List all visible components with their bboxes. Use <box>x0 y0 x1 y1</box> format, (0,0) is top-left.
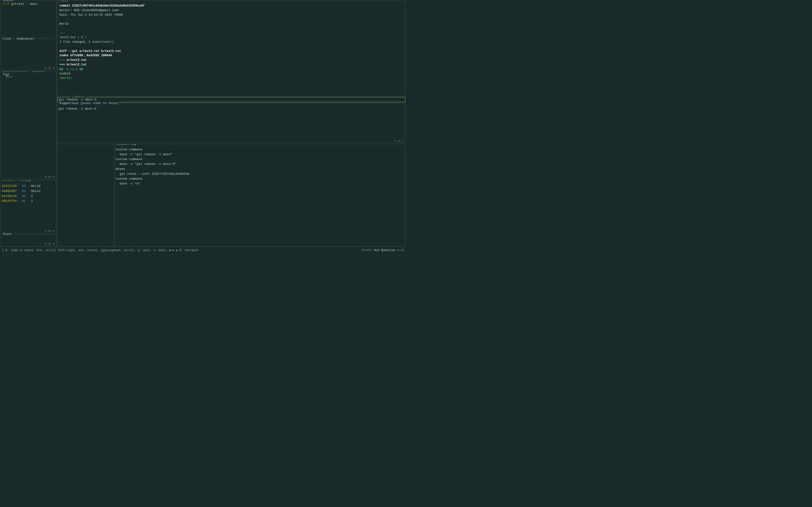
suggestion-item-0[interactable]: git rebase -i main~3 <box>58 107 404 111</box>
patch-blank1 <box>59 17 403 22</box>
branches-label: Local Branches <box>3 71 27 73</box>
commit-hash-2: 01448c45 <box>2 194 17 198</box>
commit-row-3[interactable]: 00b34794 KU 1 <box>2 199 55 204</box>
status-label: Status <box>3 0 13 2</box>
stash-section: Stash 0 of 0 <box>0 234 56 246</box>
patch-blank3 <box>59 44 403 49</box>
screen: Status ↑?↓? gittest → main Files – Submo… <box>0 0 406 253</box>
status-section: Status ↑?↓? gittest → main <box>0 0 56 38</box>
status-arrow: ↑?↓? <box>2 2 11 6</box>
patch-diff-line: diff --git a/test2.txt b/test2.txt <box>59 49 403 54</box>
custom-command-input[interactable] <box>59 98 404 101</box>
suggestions-label: Suggestions (press <tab> to focus) <box>59 102 119 105</box>
left-panel: Status ↑?↓? gittest → main Files – Submo… <box>0 0 57 247</box>
log-entry-5: git reset --soft 21827c507461c64db34e <box>116 172 404 176</box>
bottom-right: Command Log Custom command bash -c "git … <box>57 143 406 247</box>
status-content: ↑?↓? gittest → main <box>2 2 55 6</box>
patch-author-line: Author: KUD <kimud6003@gmail.com> <box>59 8 403 13</box>
log-entry-3: bash -c "git rebase -i main~3" <box>116 162 404 167</box>
patch-label: Patch <box>59 0 68 2</box>
patch-commit-line: commit 21827c507461c64db34ec51b5a2a0b316… <box>59 4 403 8</box>
commits-counter: 1 of 4 <box>45 230 54 232</box>
commits-title: Commits – Reflog <box>2 180 31 182</box>
status-repo: gittest <box>11 2 26 6</box>
commit-hash-1: 4e882687 <box>2 189 17 193</box>
commit-row-2[interactable]: 01448c45 KU 2 <box>2 194 55 199</box>
ask-link[interactable]: Ask Question <box>374 249 395 252</box>
suggestions-title: Suggestions (press <tab> to focus) <box>59 102 119 105</box>
commit-msg-0: World <box>31 184 40 188</box>
patch-stat-name: test2.txt | 1 <box>59 36 85 39</box>
branches-title: Local Branches – Remotes – Tags <box>2 71 56 76</box>
stash-label: Stash <box>3 232 11 236</box>
patch-context-line: asdasd <box>59 71 403 76</box>
commit-author-3: KU <box>22 199 26 203</box>
files-section: Files – Submodules 0 of 0 <box>0 39 56 70</box>
log-entry-7: bash -c "w" <box>116 181 404 186</box>
stash-counter: 0 of 0 <box>45 243 54 245</box>
files-counter: 0 of 0 <box>45 67 54 69</box>
branches-counter: 0 of 0 <box>45 175 54 178</box>
patch-hunk-line: @@ -1 +1,2 @@ <box>59 67 403 72</box>
commit-msg-1: Hello <box>31 189 40 193</box>
commit-msg-2: 2 <box>31 194 33 198</box>
patch-diff-text: diff --git a/test2.txt b/test2.txt <box>59 50 121 53</box>
command-log-entries: Custom command bash -c "git rebase -i ma… <box>116 147 404 186</box>
log-entry-4: Reset <box>116 167 404 172</box>
command-log-section: Command Log Custom command bash -c "git … <box>114 144 406 246</box>
status-branch: main <box>30 2 38 6</box>
log-entry-0: Custom command <box>116 147 404 152</box>
commits-label: Commits <box>3 180 15 182</box>
patch-minus-text: --- a/test2.txt <box>59 58 87 62</box>
files-sub: Submodules <box>17 37 34 41</box>
commit-author-0: KU <box>22 184 26 188</box>
main-area: Status ↑?↓? gittest → main Files – Submo… <box>0 0 406 247</box>
commits-list: 21827c50 KU World 4e882687 KU Hello <box>2 184 55 204</box>
log-entry-2: Custom command <box>116 157 404 162</box>
patch-section: Patch commit 21827c507461c64db34ec51b5a2… <box>57 0 406 96</box>
commit-row-0[interactable]: 21827c50 KU World <box>2 184 55 189</box>
patch-index-text: index bf7e899..6e42562 100644 <box>59 54 112 57</box>
log-entry-6: Custom command <box>116 176 404 181</box>
log-entry-1: bash -c "git rebase -i main" <box>116 152 404 157</box>
status-bar-right: Donate Ask Question 0.34 <box>362 249 404 252</box>
patch-add-line: +World! <box>59 76 403 80</box>
version-label: 0.34 <box>397 249 404 252</box>
patch-separator: --- <box>59 31 403 36</box>
commit-hash-3: 00b34794 <box>2 199 17 203</box>
commits-section: Commits – Reflog 21827c50 KU World 4e882… <box>0 180 56 233</box>
commits-sub1: Reflog <box>20 180 31 182</box>
patch-plus-text: +++ b/test2.txt <box>59 63 87 66</box>
branches-section: Local Branches – Remotes – Tags * main 0… <box>0 71 56 179</box>
suggestions-section: Suggestions (press <tab> to focus) git r… <box>57 103 406 143</box>
stash-title: Stash <box>2 232 12 236</box>
commit-author-1: KU <box>22 189 26 193</box>
command-input-wrapper <box>59 98 404 101</box>
status-bar-help: 1-5: jump to panel, H/L: scroll left/rig… <box>2 249 199 252</box>
patch-file-stat: test2.txt | 1 + <box>59 35 403 40</box>
patch-commit-text: commit 21827c507461c64db34ec51b5a2a0b316… <box>59 4 145 7</box>
patch-summary: 1 file changed, 1 insertion(+) <box>59 40 403 44</box>
commit-row-1[interactable]: 4e882687 KU Hello <box>2 189 55 194</box>
files-title: Files – Submodules <box>2 37 35 41</box>
branches-sub2: Tags <box>3 73 10 76</box>
patch-index-line: index bf7e899..6e42562 100644 <box>59 53 403 58</box>
patch-add-text: +World! <box>59 76 72 80</box>
donate-link[interactable]: Donate <box>362 249 372 252</box>
commit-author-2: KU <box>22 194 26 198</box>
patch-message: World <box>59 22 403 26</box>
patch-content: commit 21827c507461c64db34ec51b5a2a0b316… <box>59 4 403 80</box>
command-log-title: Command Log <box>116 144 136 146</box>
branches-sub1: Remotes <box>32 71 44 73</box>
patch-hunk-text: @@ -1 +1,2 @@ <box>59 68 83 71</box>
status-title: Status <box>2 0 13 2</box>
status-arrow-right: → <box>26 2 30 6</box>
patch-plus-line: +++ b/test2.txt <box>59 62 403 67</box>
patch-blank2 <box>59 26 403 31</box>
patch-date-line: Date: Thu Jun 2 14:53:32 2022 +0900 <box>59 13 403 17</box>
patch-minus-line: --- a/test2.txt <box>59 58 403 62</box>
right-panel: Patch commit 21827c507461c64db34ec51b5a2… <box>57 0 406 247</box>
files-label: Files <box>3 37 11 41</box>
commit-msg-3: 1 <box>31 199 33 203</box>
custom-command-title: Custom Command: <box>59 95 86 99</box>
